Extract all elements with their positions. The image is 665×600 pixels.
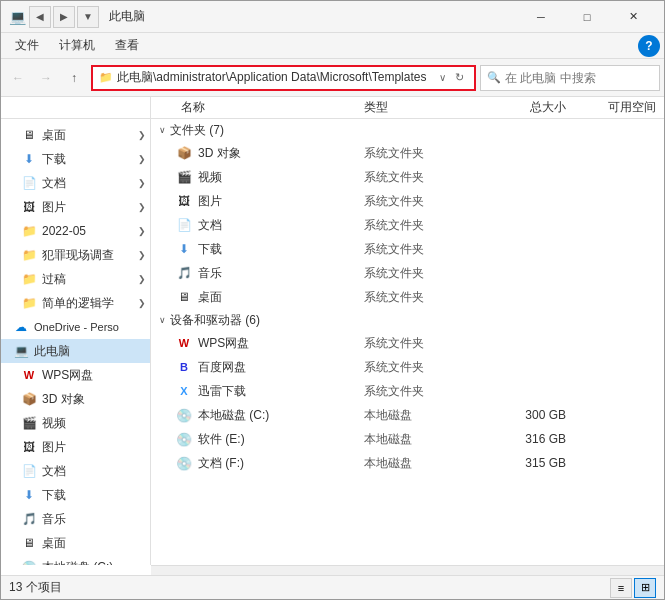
search-input[interactable] [505, 71, 653, 85]
list-item[interactable]: 💿 文档 (F:) 本地磁盘 315 GB [151, 451, 664, 475]
view-detail-button[interactable]: ⊞ [634, 578, 656, 598]
sidebar-item-music[interactable]: 🎵 音乐 [1, 507, 150, 531]
list-item[interactable]: 💿 软件 (E:) 本地磁盘 316 GB [151, 427, 664, 451]
horizontal-scrollbar[interactable] [151, 565, 664, 575]
list-item[interactable]: W WPS网盘 系统文件夹 [151, 331, 664, 355]
content-inner: ∨ 文件夹 (7) 📦 3D 对象 系统文件夹 🎬 视频 系统文件夹 [151, 119, 664, 475]
menu-bar-right: ? [638, 35, 660, 57]
driveF-content-icon: 💿 [175, 454, 193, 472]
xunlei-drive-icon: X [175, 382, 193, 400]
sidebar-item-thispc[interactable]: 💻 此电脑 [1, 339, 150, 363]
list-item[interactable]: 🖼 图片 系统文件夹 [151, 189, 664, 213]
sidebar-item-desktop[interactable]: 🖥 桌面 ❯ [1, 123, 150, 147]
folder-doc-icon: 📄 [175, 216, 193, 234]
list-item[interactable]: 📄 文档 系统文件夹 [151, 213, 664, 237]
folder-music-icon: 🎵 [175, 264, 193, 282]
title-forward-button[interactable]: ▶ [53, 6, 75, 28]
search-bar[interactable]: 🔍 [480, 65, 660, 91]
menu-bar: 文件 计算机 查看 ? [1, 33, 664, 59]
folder-icon: 📁 [21, 223, 37, 239]
list-item[interactable]: 💿 本地磁盘 (C:) 本地磁盘 300 GB [151, 403, 664, 427]
title-bar-nav: ◀ ▶ ▼ [29, 6, 99, 28]
music-icon: 🎵 [21, 511, 37, 527]
col-type-header[interactable]: 类型 [364, 99, 484, 116]
3d-icon: 📦 [21, 391, 37, 407]
device-section-header[interactable]: ∨ 设备和驱动器 (6) [151, 309, 664, 331]
address-bar[interactable]: 📁 此电脑\administrator\Application Data\Mic… [91, 65, 476, 91]
doc-icon: 📄 [21, 463, 37, 479]
sidebar-item-draft[interactable]: 📁 过稿 ❯ [1, 267, 150, 291]
list-item[interactable]: ⬇ 下载 系统文件夹 [151, 237, 664, 261]
sidebar-item-3d[interactable]: 📦 3D 对象 [1, 387, 150, 411]
sidebar: 🖥 桌面 ❯ ⬇ 下载 ❯ 📄 文档 ❯ 🖼 图片 ❯ 📁 2022-0 [1, 119, 151, 565]
address-chevron[interactable]: ∨ [439, 72, 446, 83]
sidebar-item-download[interactable]: ⬇ 下载 ❯ [1, 147, 150, 171]
sidebar-item-wps[interactable]: W WPS网盘 [1, 363, 150, 387]
refresh-button[interactable]: ↻ [450, 69, 468, 87]
sidebar-arrow: ❯ [138, 202, 146, 212]
device-section-label: 设备和驱动器 (6) [170, 312, 260, 329]
onedrive-icon: ☁ [13, 319, 29, 335]
menu-view[interactable]: 查看 [105, 35, 149, 57]
title-bar: 💻 ◀ ▶ ▼ 此电脑 ─ □ ✕ [1, 1, 664, 33]
content-area: ∨ 文件夹 (7) 📦 3D 对象 系统文件夹 🎬 视频 系统文件夹 [151, 119, 664, 565]
view-list-button[interactable]: ≡ [610, 578, 632, 598]
list-item[interactable]: 📦 3D 对象 系统文件夹 [151, 141, 664, 165]
down-icon: ⬇ [21, 487, 37, 503]
sidebar-item-year[interactable]: 📁 2022-05 ❯ [1, 219, 150, 243]
list-item[interactable]: 🎵 音乐 系统文件夹 [151, 261, 664, 285]
up-button[interactable]: ↑ [61, 65, 87, 91]
sidebar-item-pics[interactable]: 🖼 图片 ❯ [1, 195, 150, 219]
download-icon: ⬇ [21, 151, 37, 167]
col-spacer [1, 97, 151, 118]
forward-button[interactable]: → [33, 65, 59, 91]
list-item[interactable]: B 百度网盘 系统文件夹 [151, 355, 664, 379]
sidebar-item-desk2[interactable]: 🖥 桌面 [1, 531, 150, 555]
list-item[interactable]: X 迅雷下载 系统文件夹 [151, 379, 664, 403]
sidebar-item-driveC[interactable]: 💿 本地磁盘 (C:) [1, 555, 150, 565]
title-back-button[interactable]: ◀ [29, 6, 51, 28]
col-headers: 名称 类型 总大小 可用空间 [151, 97, 664, 118]
title-bar-left: 💻 ◀ ▶ ▼ 此电脑 [9, 6, 518, 28]
main-window: 💻 ◀ ▶ ▼ 此电脑 ─ □ ✕ 文件 计算机 查看 ? ← → ↑ [0, 0, 665, 600]
wps-icon: W [21, 367, 37, 383]
sidebar-arrow: ❯ [138, 130, 146, 140]
status-icons: ≡ ⊞ [610, 578, 656, 598]
back-button[interactable]: ← [5, 65, 31, 91]
sidebar-arrow: ❯ [138, 274, 146, 284]
folder-section-header[interactable]: ∨ 文件夹 (7) [151, 119, 664, 141]
col-size-header[interactable]: 总大小 [484, 99, 574, 116]
device-section-arrow: ∨ [159, 315, 166, 325]
sidebar-item-logic[interactable]: 📁 简单的逻辑学 ❯ [1, 291, 150, 315]
sidebar-arrow: ❯ [138, 178, 146, 188]
search-icon: 🔍 [487, 71, 501, 84]
maximize-button[interactable]: □ [564, 1, 610, 33]
minimize-button[interactable]: ─ [518, 1, 564, 33]
sidebar-item-down2[interactable]: ⬇ 下载 [1, 483, 150, 507]
folder-section-label: 文件夹 (7) [170, 122, 224, 139]
driveE-content-icon: 💿 [175, 430, 193, 448]
list-item[interactable]: 🎬 视频 系统文件夹 [151, 165, 664, 189]
sidebar-item-doc2[interactable]: 📄 文档 [1, 459, 150, 483]
sidebar-item-onedrive[interactable]: ☁ OneDrive - Perso [1, 315, 150, 339]
title-up-button[interactable]: ▼ [77, 6, 99, 28]
sidebar-item-docs[interactable]: 📄 文档 ❯ [1, 171, 150, 195]
folder-desk-icon: 🖥 [175, 288, 193, 306]
list-item[interactable]: 🖥 桌面 系统文件夹 [151, 285, 664, 309]
sidebar-item-video[interactable]: 🎬 视频 [1, 411, 150, 435]
help-button[interactable]: ? [638, 35, 660, 57]
col-name-header[interactable]: 名称 [181, 99, 364, 116]
menu-computer[interactable]: 计算机 [49, 35, 105, 57]
close-button[interactable]: ✕ [610, 1, 656, 33]
desktop-icon: 🖥 [21, 127, 37, 143]
menu-file[interactable]: 文件 [5, 35, 49, 57]
folder-icon3: 📁 [21, 271, 37, 287]
sidebar-item-pic2[interactable]: 🖼 图片 [1, 435, 150, 459]
folder-down-icon: ⬇ [175, 240, 193, 258]
toolbar: ← → ↑ 📁 此电脑\administrator\Application Da… [1, 59, 664, 97]
folder-icon4: 📁 [21, 295, 37, 311]
folder-pic-icon: 🖼 [175, 192, 193, 210]
sidebar-item-crime[interactable]: 📁 犯罪现场调查 ❯ [1, 243, 150, 267]
col-space-header[interactable]: 可用空间 [574, 99, 664, 116]
driveC-icon: 💿 [21, 559, 37, 565]
